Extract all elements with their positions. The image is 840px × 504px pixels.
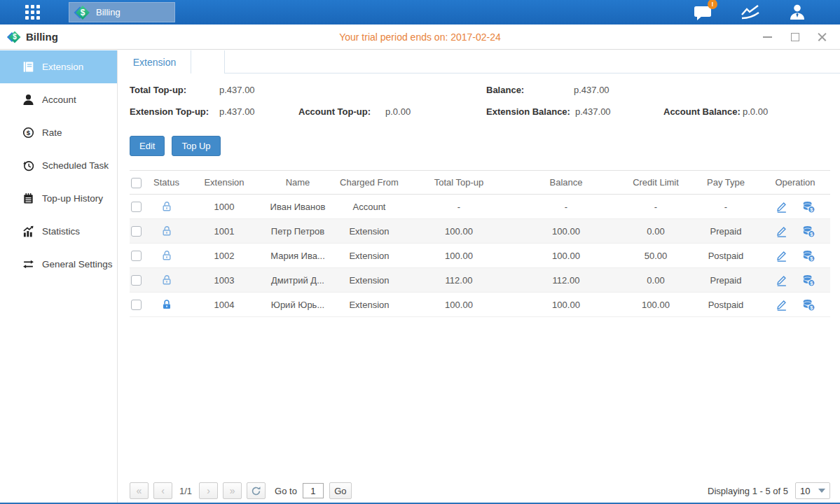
sidebar-label: Rate [42,127,62,138]
sidebar: Extension Account $ Rate [0,50,118,503]
topup-icon[interactable] [802,274,815,287]
total-topup-value: p.437.00 [219,85,255,95]
cell-extension: 1003 [186,268,263,293]
cell-credit-limit: 50.00 [620,244,691,268]
app-grid-icon[interactable] [25,5,40,20]
total-topup-label: Total Top-up: [130,85,186,95]
account-balance-value: p.0.00 [743,106,768,117]
extension-topup-value: p.437.00 [219,106,255,117]
goto-page-input[interactable] [303,483,324,498]
col-header-balance: Balance [512,171,620,195]
cell-extension: 1004 [186,293,263,317]
row-checkbox[interactable] [131,202,142,212]
sidebar-item-statistics[interactable]: Statistics [0,215,117,248]
billing-app-tab-label: Billing [96,7,121,18]
sidebar-label: Top-up History [42,193,103,204]
table-row: 1001 Петр Петров Extension 100.00 100.00… [130,219,830,244]
edit-icon[interactable] [776,225,788,237]
action-buttons: Edit Top Up [130,136,221,156]
edit-icon[interactable] [776,274,788,286]
cell-total-topup: 112.00 [406,268,512,293]
account-topup-value: p.0.00 [385,106,411,117]
swap-arrows-icon [22,258,34,270]
cell-credit-limit: 0.00 [620,219,691,244]
tab-bar: Extension [118,50,840,74]
cell-pay-type: - [691,195,760,219]
cell-charged-from: Extension [333,219,406,244]
prev-page-button[interactable]: ‹ [153,482,172,499]
select-all-checkbox[interactable] [131,178,142,188]
balance-label: Balance: [486,85,524,95]
row-checkbox[interactable] [131,275,142,286]
row-checkbox[interactable] [131,251,142,261]
extension-table-wrap: Status Extension Name Charged From Total… [130,170,830,317]
topup-icon[interactable] [802,225,815,238]
goto-label: Go to [275,486,297,496]
ledger-icon [22,61,34,73]
cell-balance: 112.00 [512,268,620,293]
dollar-circle-icon: $ [22,127,34,139]
cell-name: Дмитрий Д... [263,268,333,293]
pagination-bar: « ‹ 1/1 › » Go to Go Displaying 1 - 5 of… [130,480,830,501]
cell-charged-from: Extension [333,268,406,293]
col-header-charged-from: Charged From [333,171,406,195]
sidebar-item-scheduled-task[interactable]: Scheduled Task [0,149,117,182]
notepad-icon [22,192,34,204]
cell-extension: 1002 [186,244,263,268]
go-button[interactable]: Go [329,482,352,499]
cell-name: Петр Петров [263,219,333,244]
maximize-button[interactable] [790,31,800,42]
sidebar-item-account[interactable]: Account [0,83,117,116]
minimize-button[interactable] [762,31,773,42]
table-row: 1002 Мария Ива... Extension 100.00 100.0… [130,244,830,268]
edit-button[interactable]: Edit [130,136,165,156]
cell-balance: 100.00 [512,244,620,268]
messages-icon[interactable]: ! [694,4,712,21]
next-page-button[interactable]: › [199,482,218,499]
table-row: 1004 Юрий Юрь... Extension 100.00 100.00… [130,293,830,317]
edit-icon[interactable] [776,298,788,311]
col-header-credit-limit: Credit Limit [620,171,691,195]
sidebar-item-topup-history[interactable]: Top-up History [0,182,117,215]
cell-total-topup: 100.00 [406,219,512,244]
cell-balance: 100.00 [512,293,620,317]
row-checkbox[interactable] [131,226,142,237]
last-page-button[interactable]: » [223,482,242,499]
topup-icon[interactable] [802,249,815,262]
col-header-operation: Operation [760,171,830,195]
cell-credit-limit: 0.00 [620,268,691,293]
cell-name: Иван Иванов [263,195,333,219]
topup-button[interactable]: Top Up [172,136,220,156]
sidebar-item-extension[interactable]: Extension [0,50,117,83]
edit-icon[interactable] [776,249,788,262]
col-header-name: Name [263,171,333,195]
topup-icon[interactable] [802,298,815,312]
user-account-icon[interactable] [788,4,806,22]
edit-icon[interactable] [776,200,788,213]
cell-extension: 1000 [186,195,263,219]
sidebar-label: Extension [42,62,83,72]
sidebar-item-rate[interactable]: $ Rate [0,116,117,149]
cell-pay-type: Postpaid [691,293,760,317]
statistics-chart-icon[interactable] [741,4,760,21]
window-title-bar: $ Billing Your trial period ends on: 201… [0,24,840,50]
sidebar-label: Statistics [42,226,80,237]
refresh-button[interactable] [247,482,266,499]
row-checkbox[interactable] [131,300,142,310]
unlocked-icon [161,250,172,261]
sidebar-item-general-settings[interactable]: General Settings [0,248,117,281]
cell-pay-type: Prepaid [691,219,760,244]
cell-extension: 1001 [186,219,263,244]
cell-pay-type: Prepaid [691,268,760,293]
pagination-right: Displaying 1 - 5 of 5 10 [708,482,830,499]
notification-badge: ! [708,0,717,9]
bar-chart-icon [22,225,34,237]
first-page-button[interactable]: « [130,482,149,499]
top-bar: $ Billing ! [0,0,840,24]
close-button[interactable] [817,31,827,42]
topup-icon[interactable] [802,200,815,214]
billing-app-tab[interactable]: $ Billing [69,2,175,22]
tab-extension[interactable]: Extension [118,50,191,74]
page-size-select[interactable]: 10 [795,482,830,499]
cell-name: Юрий Юрь... [263,293,333,317]
